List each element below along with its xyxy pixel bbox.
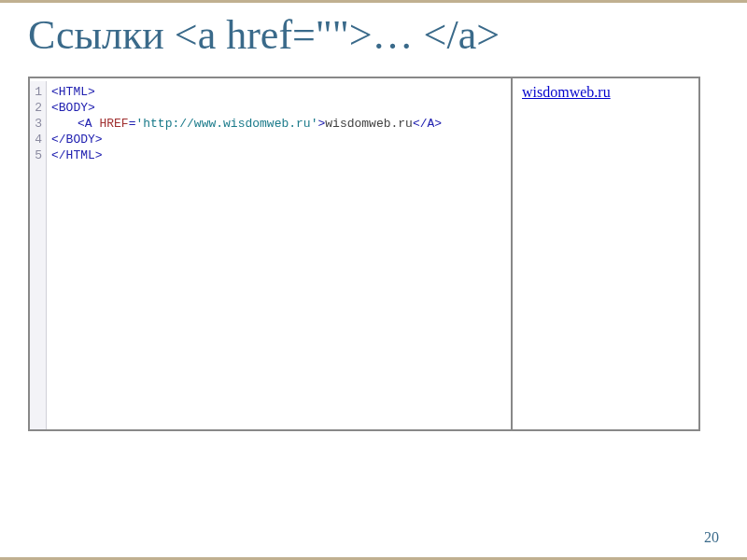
code-tag: </a>: [413, 117, 442, 131]
example-box: 1 2 3 4 5 <html> <body> <a href='http://…: [28, 77, 700, 431]
line-gutter: 1 2 3 4 5: [30, 81, 47, 429]
line-number: 4: [30, 132, 42, 147]
code-tag: <body>: [51, 101, 95, 115]
line-number: 3: [30, 116, 42, 132]
code-text: wisdomweb.ru: [325, 117, 413, 131]
line-number: 1: [30, 84, 42, 100]
code-tag: </html>: [51, 148, 103, 162]
line-number: 2: [30, 100, 42, 116]
preview-link[interactable]: wisdomweb.ru: [522, 84, 611, 100]
code-tag: <a: [78, 117, 99, 131]
slide-title: Ссылки <a href="">… </a>: [28, 12, 719, 60]
slide-container: Ссылки <a href="">… </a> 1 2 3 4 5 <html…: [0, 0, 747, 560]
code-panel: 1 2 3 4 5 <html> <body> <a href='http://…: [30, 78, 513, 429]
line-number: 5: [30, 147, 42, 163]
code-attr-val: 'http://www.wisdomweb.ru': [135, 117, 317, 131]
code-tag: <html>: [51, 85, 95, 99]
page-number: 20: [704, 529, 719, 546]
code-attr-name: href: [99, 117, 128, 131]
code-tag: </body>: [51, 133, 103, 147]
preview-panel: wisdomweb.ru: [513, 78, 698, 429]
code-source: <html> <body> <a href='http://www.wisdom…: [47, 81, 447, 429]
